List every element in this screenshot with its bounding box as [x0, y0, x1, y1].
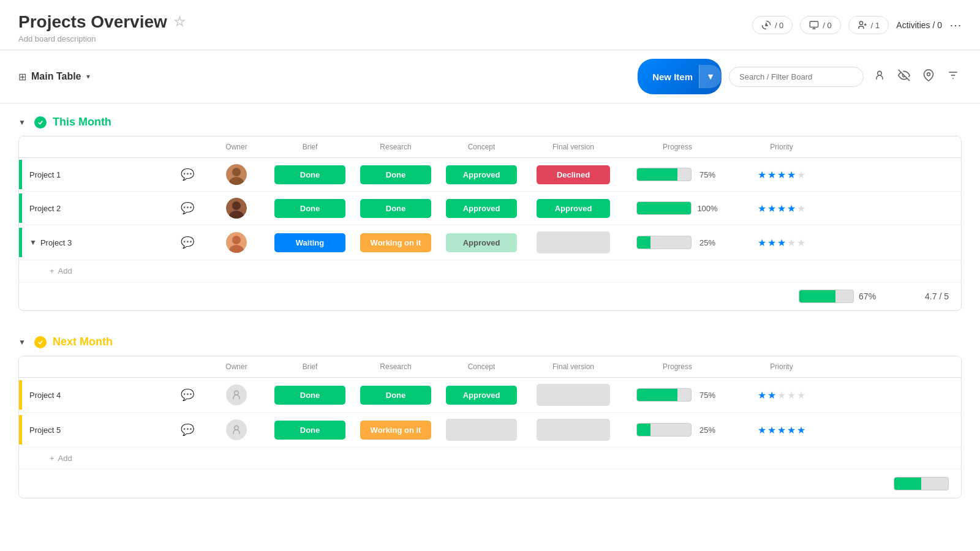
status-done[interactable]: Done: [274, 421, 345, 440]
brief-cell[interactable]: Done: [267, 380, 353, 411]
star-1[interactable]: ★: [758, 389, 766, 401]
svg-point-18: [235, 391, 239, 395]
star-5[interactable]: ★: [797, 203, 805, 214]
concept-cell[interactable]: Approved: [439, 193, 524, 224]
star-4[interactable]: ★: [787, 389, 796, 401]
brief-cell[interactable]: Done: [267, 414, 353, 446]
final-cell[interactable]: Approved: [524, 193, 622, 224]
comment-icon[interactable]: 💬: [181, 168, 194, 181]
brief-cell[interactable]: Done: [267, 159, 353, 190]
status-empty[interactable]: [446, 419, 517, 441]
status-working[interactable]: Working on it: [360, 233, 431, 252]
star-2[interactable]: ★: [767, 389, 776, 401]
status-empty[interactable]: [537, 419, 610, 441]
star-1[interactable]: ★: [758, 203, 766, 214]
star-4[interactable]: ★: [787, 203, 796, 214]
research-cell[interactable]: Working on it: [353, 227, 439, 258]
status-approved[interactable]: Approved: [537, 199, 610, 218]
search-input[interactable]: [729, 67, 864, 87]
star-2[interactable]: ★: [767, 424, 776, 436]
new-item-label: New Item: [652, 72, 693, 82]
final-cell[interactable]: Declined: [524, 159, 622, 190]
comment-icon[interactable]: 💬: [181, 236, 194, 249]
status-approved[interactable]: Approved: [446, 386, 517, 405]
concept-cell[interactable]: [439, 413, 524, 447]
final-cell[interactable]: [524, 413, 622, 447]
star-3[interactable]: ★: [777, 424, 786, 436]
comment-icon[interactable]: 💬: [181, 201, 194, 215]
comment-icon[interactable]: 💬: [181, 388, 194, 402]
star-1[interactable]: ★: [758, 424, 766, 436]
status-done[interactable]: Done: [274, 386, 345, 405]
star-2[interactable]: ★: [767, 237, 776, 249]
row-expand-icon[interactable]: ▼: [29, 238, 37, 247]
add-row-button[interactable]: + Add: [19, 260, 961, 282]
group-expand-icon[interactable]: ▼: [18, 338, 26, 347]
star-3[interactable]: ★: [777, 237, 786, 249]
status-approved[interactable]: Approved: [446, 199, 517, 218]
concept-cell[interactable]: Approved: [439, 159, 524, 190]
brief-cell[interactable]: Done: [267, 193, 353, 224]
star-5[interactable]: ★: [797, 424, 805, 436]
main-table-label[interactable]: Main Table: [31, 71, 81, 82]
concept-cell[interactable]: Approved: [439, 227, 524, 258]
integrations-badge[interactable]: / 0: [800, 16, 840, 34]
comment-icon[interactable]: 💬: [181, 423, 194, 437]
brief-cell[interactable]: Waiting: [267, 227, 353, 258]
star-4[interactable]: ★: [787, 237, 796, 249]
star-3[interactable]: ★: [777, 389, 786, 401]
status-done[interactable]: Done: [360, 386, 431, 405]
star-3[interactable]: ★: [777, 169, 786, 181]
main-table-chevron-icon[interactable]: ▾: [86, 72, 90, 81]
status-empty[interactable]: [537, 384, 610, 406]
new-item-button[interactable]: New Item ▾: [638, 59, 722, 94]
status-approved[interactable]: Approved: [446, 165, 517, 184]
final-cell[interactable]: [524, 378, 622, 412]
star-4[interactable]: ★: [787, 424, 796, 436]
status-done[interactable]: Done: [274, 199, 345, 218]
concept-cell[interactable]: Approved: [439, 380, 524, 411]
person-filter-icon[interactable]: [871, 67, 888, 87]
comment-cell[interactable]: 💬: [169, 230, 206, 255]
comment-cell[interactable]: 💬: [169, 382, 206, 408]
group-expand-icon[interactable]: ▼: [18, 118, 26, 127]
more-options-button[interactable]: ⋯: [949, 18, 962, 32]
status-done[interactable]: Done: [274, 165, 345, 184]
invite-badge[interactable]: / 1: [848, 16, 889, 34]
comment-cell[interactable]: 💬: [169, 195, 206, 221]
research-cell[interactable]: Working on it: [353, 414, 439, 446]
comment-cell[interactable]: 💬: [169, 162, 206, 187]
star-2[interactable]: ★: [767, 169, 776, 181]
new-item-dropdown-icon[interactable]: ▾: [699, 65, 722, 88]
final-cell[interactable]: [524, 225, 622, 260]
star-5[interactable]: ★: [797, 237, 805, 249]
priority-cell: ★ ★ ★ ★ ★: [733, 163, 831, 187]
activities-button[interactable]: Activities / 0: [896, 20, 942, 30]
star-5[interactable]: ★: [797, 169, 805, 181]
status-done[interactable]: Done: [360, 165, 431, 184]
status-working[interactable]: Working on it: [360, 421, 431, 440]
star-2[interactable]: ★: [767, 203, 776, 214]
star-1[interactable]: ★: [758, 237, 766, 249]
automations-badge[interactable]: / 0: [752, 16, 793, 34]
status-approved-light[interactable]: Approved: [446, 233, 517, 252]
star-4[interactable]: ★: [787, 169, 796, 181]
status-empty[interactable]: [537, 231, 610, 253]
research-cell[interactable]: Done: [353, 193, 439, 224]
svg-point-2: [859, 21, 862, 24]
status-done[interactable]: Done: [360, 199, 431, 218]
header-right: / 0 / 0 / 1 Activities / 0 ⋯: [752, 16, 962, 34]
comment-cell[interactable]: 💬: [169, 417, 206, 443]
status-declined[interactable]: Declined: [537, 165, 610, 184]
research-cell[interactable]: Done: [353, 380, 439, 411]
star-5[interactable]: ★: [797, 389, 805, 401]
hide-icon[interactable]: [895, 67, 913, 87]
research-cell[interactable]: Done: [353, 159, 439, 190]
star-3[interactable]: ★: [777, 203, 786, 214]
favorite-star-icon[interactable]: ☆: [173, 14, 186, 30]
status-waiting[interactable]: Waiting: [274, 233, 345, 252]
pin-icon[interactable]: [920, 67, 937, 87]
add-row-button[interactable]: + Add: [19, 448, 961, 469]
filter-icon[interactable]: [944, 67, 962, 87]
star-1[interactable]: ★: [758, 169, 766, 181]
